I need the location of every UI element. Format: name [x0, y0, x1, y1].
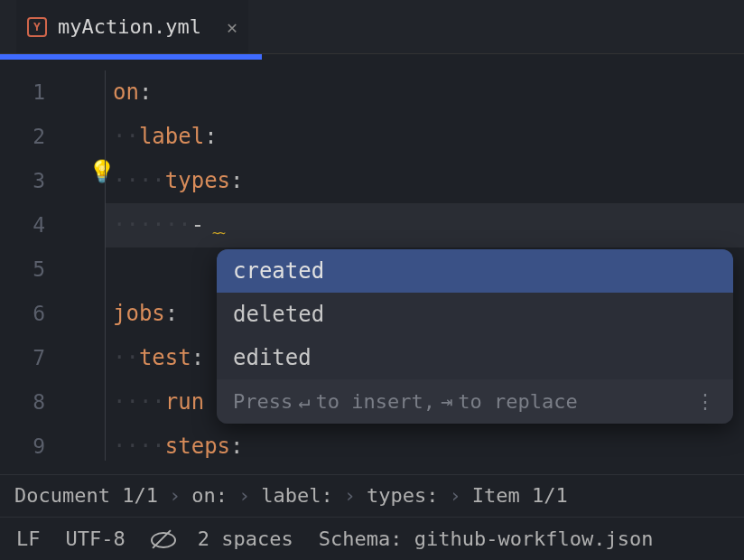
autocomplete-item[interactable]: created	[217, 249, 733, 293]
autocomplete-item[interactable]: edited	[217, 336, 733, 379]
yaml-file-icon: Y	[27, 17, 47, 37]
close-icon[interactable]: ✕	[227, 16, 237, 38]
line-number: 3	[0, 159, 45, 203]
line-number: 9	[0, 425, 45, 469]
kebab-icon[interactable]: ⋮	[695, 390, 717, 413]
code-margin: 💡	[54, 70, 105, 461]
chevron-right-icon: ›	[449, 484, 460, 507]
code-line[interactable]: ····types:	[113, 159, 744, 203]
warning-squiggle: ~~	[212, 226, 224, 240]
status-schema[interactable]: Schema: github-workflow.json	[319, 527, 654, 550]
line-number: 1	[0, 70, 45, 115]
breadcrumb-segment[interactable]: Document 1/1	[14, 484, 158, 507]
breadcrumb: Document 1/1 › on: › label: › types: › I…	[0, 474, 744, 516]
chevron-right-icon: ›	[169, 484, 181, 507]
tab-bar: Y myAction.yml ✕	[0, 0, 744, 54]
breadcrumb-segment[interactable]: on:	[191, 484, 228, 507]
chevron-right-icon: ›	[344, 484, 356, 507]
status-indent[interactable]: 2 spaces	[198, 527, 293, 550]
eye-off-icon[interactable]	[151, 532, 172, 546]
autocomplete-item[interactable]: deleted	[217, 293, 733, 336]
code-line[interactable]: ··label:	[113, 115, 744, 159]
chevron-right-icon: ›	[238, 484, 250, 507]
tab-filename: myAction.yml	[58, 15, 201, 38]
code-line[interactable]: on:	[113, 70, 744, 115]
code-line[interactable]: ····steps:	[113, 425, 744, 469]
line-number: 2	[0, 115, 45, 159]
status-line-ending[interactable]: LF	[16, 527, 41, 550]
line-number: 6	[0, 292, 45, 336]
code-line-current[interactable]: ······-	[106, 203, 744, 247]
line-number: 4	[0, 203, 45, 247]
status-encoding[interactable]: UTF-8	[66, 527, 126, 550]
file-tab[interactable]: Y myAction.yml ✕	[16, 0, 248, 53]
line-number: 7	[0, 336, 45, 380]
autocomplete-hint: Press ↵ to insert, ⇥ to replace ⋮	[217, 379, 733, 424]
progress-bar	[0, 54, 262, 60]
line-number: 8	[0, 380, 45, 425]
breadcrumb-segment[interactable]: label:	[261, 484, 332, 507]
line-number: 5	[0, 247, 45, 292]
status-bar: LF UTF-8 2 spaces Schema: github-workflo…	[0, 517, 744, 560]
enter-key-icon: ↵	[298, 390, 310, 413]
line-number-gutter: 1 2 3 4 5 6 7 8 9	[0, 70, 54, 461]
breadcrumb-segment[interactable]: types:	[367, 484, 438, 507]
breadcrumb-segment[interactable]: Item 1/1	[472, 484, 568, 507]
autocomplete-popup: created deleted edited Press ↵ to insert…	[217, 249, 733, 424]
tab-key-icon: ⇥	[441, 390, 452, 413]
